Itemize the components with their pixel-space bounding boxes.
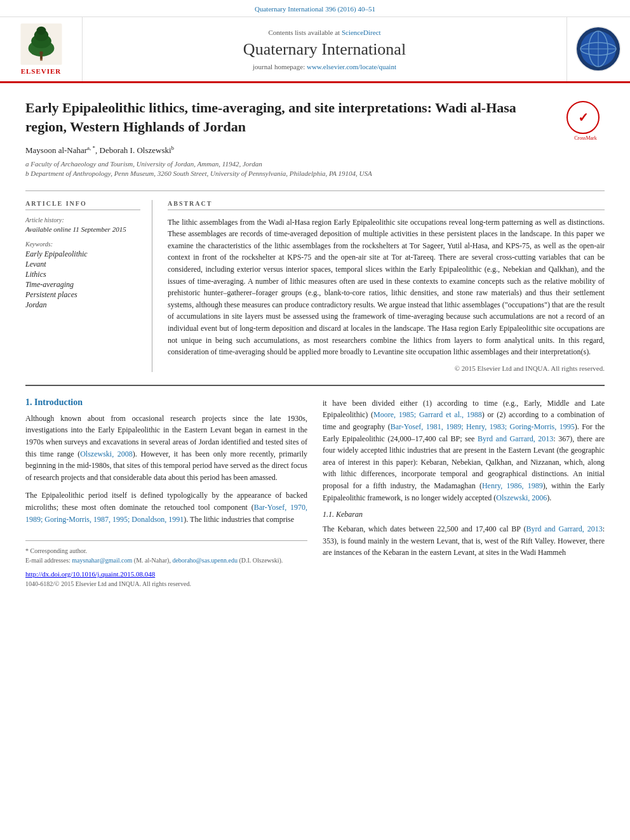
ref-bar-yosef-1981[interactable]: Bar-Yosef, 1981, 1989; Henry, 1983; Gori… bbox=[391, 422, 575, 431]
keyword-6: Jordan bbox=[25, 300, 140, 310]
journal-center-info: Contents lists available at ScienceDirec… bbox=[83, 17, 566, 81]
right-logo-area bbox=[566, 17, 630, 81]
journal-reference: Quaternary International 396 (2016) 40–5… bbox=[255, 5, 375, 13]
section-1-right-text: it have been divided either (1) accordin… bbox=[323, 397, 605, 503]
ref-bar-yosef-1970[interactable]: Bar-Yosef, 1970, 1989; Goring-Morris, 19… bbox=[25, 503, 307, 524]
article-title-area: Early Epipaleolithic lithics, time-avera… bbox=[25, 98, 554, 179]
subsection-1-1-heading: 1.1. Kebaran bbox=[323, 510, 605, 519]
body-divider bbox=[25, 385, 605, 386]
keyword-4: Time-averaging bbox=[25, 280, 140, 290]
ref-olszewski-2006[interactable]: Olszewski, 2006 bbox=[496, 493, 547, 502]
affiliation-a: a Faculty of Archaeology and Tourism, Un… bbox=[25, 160, 554, 168]
journal-homepage: journal homepage: www.elsevier.com/locat… bbox=[253, 63, 396, 70]
ref-moore-1985[interactable]: Moore, 1985; Garrard et al., 1988 bbox=[373, 410, 482, 419]
svg-point-5 bbox=[36, 27, 46, 35]
svg-rect-7 bbox=[40, 55, 43, 59]
section-1-heading: 1. Introduction bbox=[25, 397, 307, 408]
body-left-column: 1. Introduction Although known about fro… bbox=[25, 397, 307, 587]
journal-right-icon bbox=[575, 25, 622, 73]
article-info-column: ARTICLE INFO Article history: Available … bbox=[25, 200, 152, 372]
crossmark-badge: ✓ CrossMark bbox=[566, 101, 605, 139]
elsevier-logo-area: ELSEVIER bbox=[0, 17, 83, 81]
article-title: Early Epipaleolithic lithics, time-avera… bbox=[25, 98, 554, 136]
author-a-name: Maysoon al-Nahar bbox=[25, 146, 87, 156]
doi-anchor[interactable]: http://dx.doi.org/10.1016/j.quaint.2015.… bbox=[25, 570, 155, 578]
footnote-corresponding-author: * Corresponding author. bbox=[25, 546, 307, 556]
keyword-3: Lithics bbox=[25, 270, 140, 279]
abstract-text: The lithic assemblages from the Wadi al-… bbox=[168, 217, 605, 358]
abstract-label: ABSTRACT bbox=[168, 200, 605, 210]
article-content: Early Epipaleolithic lithics, time-avera… bbox=[0, 83, 630, 600]
top-bar: Quaternary International 396 (2016) 40–5… bbox=[0, 0, 630, 17]
authors-line: Maysoon al-Nahara, *, Deborah I. Olszews… bbox=[25, 145, 554, 156]
elsevier-tree-icon bbox=[19, 23, 64, 65]
sciencedirect-line: Contents lists available at ScienceDirec… bbox=[268, 29, 380, 36]
elsevier-logo: ELSEVIER bbox=[19, 23, 64, 75]
keywords-label: Keywords: bbox=[25, 241, 140, 248]
crossmark-circle: ✓ bbox=[566, 101, 600, 134]
keyword-5: Persistent places bbox=[25, 290, 140, 300]
body-content: 1. Introduction Although known about fro… bbox=[25, 397, 605, 587]
author-a-sup: a, * bbox=[87, 145, 95, 151]
issn-line: 1040-6182/© 2015 Elsevier Ltd and INQUA.… bbox=[25, 580, 307, 587]
section-1-left-text: Although known about from occasional res… bbox=[25, 413, 307, 484]
journal-homepage-link[interactable]: www.elsevier.com/locate/quaint bbox=[307, 63, 396, 70]
title-divider bbox=[25, 190, 605, 191]
subsection-1-1-text: The Kebaran, which dates between 22,500 … bbox=[323, 523, 605, 559]
ref-henry-1986[interactable]: Henry, 1986, 1989 bbox=[482, 481, 543, 490]
ref-byrd-garrard-353[interactable]: Byrd and Garrard, 2013 bbox=[526, 524, 602, 533]
footnote-email: E-mail addresses: maysnahar@gmail.com (M… bbox=[25, 556, 307, 565]
info-abstract-section: ARTICLE INFO Article history: Available … bbox=[25, 200, 605, 372]
ref-olszewski-2008[interactable]: Olszewski, 2008 bbox=[80, 450, 133, 458]
doi-link: http://dx.doi.org/10.1016/j.quaint.2015.… bbox=[25, 570, 307, 578]
journal-title: Quaternary International bbox=[243, 40, 406, 59]
article-title-section: Early Epipaleolithic lithics, time-avera… bbox=[25, 98, 605, 179]
email-link-2[interactable]: deboraho@sas.upenn.edu bbox=[172, 557, 238, 564]
crossmark-icon: ✓ bbox=[578, 110, 589, 125]
body-right-column: it have been divided either (1) accordin… bbox=[323, 397, 605, 587]
article-history-group: Article history: Available online 11 Sep… bbox=[25, 217, 140, 233]
elsevier-brand-name: ELSEVIER bbox=[21, 67, 62, 75]
article-info-label: ARTICLE INFO bbox=[25, 200, 140, 210]
keywords-group: Keywords: Early Epipaleolithic Levant Li… bbox=[25, 241, 140, 310]
keyword-2: Levant bbox=[25, 260, 140, 269]
section-1-left-text-2: The Epipaleolithic period itself is defi… bbox=[25, 490, 307, 525]
author-b-name: Deborah I. Olszewski bbox=[100, 146, 171, 156]
abstract-column: ABSTRACT The lithic assemblages from the… bbox=[168, 200, 605, 372]
svg-point-6 bbox=[39, 51, 43, 55]
sciencedirect-link[interactable]: ScienceDirect bbox=[342, 29, 381, 36]
footnote-area: * Corresponding author. E-mail addresses… bbox=[25, 540, 307, 587]
available-online: Available online 11 September 2015 bbox=[25, 225, 140, 233]
journal-header: ELSEVIER Contents lists available at Sci… bbox=[0, 17, 630, 83]
author-b-sup: b bbox=[171, 145, 175, 151]
email-link-1[interactable]: maysnahar@gmail.com bbox=[72, 557, 132, 564]
copyright-line: © 2015 Elsevier Ltd and INQUA. All right… bbox=[168, 364, 605, 372]
crossmark-label: CrossMark bbox=[566, 135, 605, 141]
ref-byrd-garrard-2013[interactable]: Byrd and Garrard, 2013 bbox=[478, 434, 553, 443]
keyword-1: Early Epipaleolithic bbox=[25, 250, 140, 259]
history-label: Article history: bbox=[25, 217, 140, 223]
affiliation-b: b Department of Anthropology, Penn Museu… bbox=[25, 170, 554, 177]
